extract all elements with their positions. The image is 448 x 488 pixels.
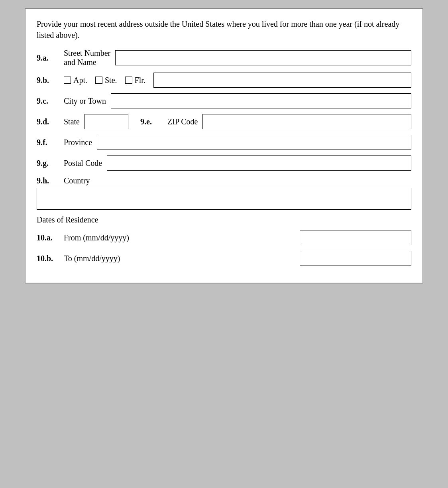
input-9c[interactable] bbox=[111, 93, 411, 108]
desc-9h: Country bbox=[64, 176, 90, 185]
apt-label: Apt. bbox=[73, 76, 87, 85]
dates-of-residence-title: Dates of Residence bbox=[37, 215, 411, 224]
label-10b: 10.b. bbox=[37, 254, 61, 263]
row-9a: 9.a. Street Numberand Name bbox=[37, 49, 411, 67]
input-9h[interactable] bbox=[37, 188, 411, 210]
input-9d[interactable] bbox=[84, 114, 128, 129]
label-9g: 9.g. bbox=[37, 159, 61, 168]
label-9b: 9.b. bbox=[37, 76, 61, 85]
row-10b: 10.b. To (mm/dd/yyyy) bbox=[37, 251, 411, 266]
zip-label-group: 9.e. ZIP Code bbox=[140, 114, 411, 129]
label-9a: 9.a. bbox=[37, 53, 61, 63]
label-9c: 9.c. bbox=[37, 96, 61, 106]
row-9de: 9.d. State 9.e. ZIP Code bbox=[37, 114, 411, 129]
input-10b[interactable] bbox=[300, 251, 411, 266]
ste-checkbox-group: Ste. bbox=[95, 76, 123, 85]
desc-10b: To (mm/dd/yyyy) bbox=[64, 254, 120, 263]
desc-9g: Postal Code bbox=[64, 159, 102, 168]
ste-label: Ste. bbox=[105, 76, 117, 85]
desc-9f: Province bbox=[64, 138, 92, 147]
row-9c: 9.c. City or Town bbox=[37, 93, 411, 108]
ste-checkbox[interactable] bbox=[95, 77, 102, 84]
row-9h-input bbox=[37, 188, 411, 210]
input-9f[interactable] bbox=[97, 135, 411, 150]
apt-checkbox[interactable] bbox=[64, 77, 71, 84]
input-9g[interactable] bbox=[107, 155, 411, 171]
desc-9e: ZIP Code bbox=[167, 117, 198, 126]
input-9b[interactable] bbox=[153, 73, 411, 88]
label-9h: 9.h. bbox=[37, 176, 61, 185]
flr-checkbox[interactable] bbox=[125, 77, 132, 84]
flr-label: Flr. bbox=[135, 76, 145, 85]
row-10a: 10.a. From (mm/dd/yyyy) bbox=[37, 230, 411, 245]
row-9b: 9.b. Apt. Ste. Flr. bbox=[37, 73, 411, 88]
form-container: Provide your most recent address outside… bbox=[25, 8, 423, 283]
input-10a[interactable] bbox=[300, 230, 411, 245]
row-9h-label: 9.h. Country bbox=[37, 176, 411, 185]
label-9d: 9.d. bbox=[37, 117, 61, 126]
desc-9a: Street Numberand Name bbox=[64, 49, 110, 67]
flr-checkbox-group: Flr. bbox=[125, 76, 151, 85]
input-9e[interactable] bbox=[202, 114, 411, 129]
instructions-text: Provide your most recent address outside… bbox=[37, 18, 411, 41]
apt-checkbox-group: Apt. bbox=[64, 76, 93, 85]
label-9f: 9.f. bbox=[37, 138, 61, 147]
desc-10a: From (mm/dd/yyyy) bbox=[64, 233, 129, 242]
row-9f: 9.f. Province bbox=[37, 135, 411, 150]
label-10a: 10.a. bbox=[37, 233, 61, 242]
row-9g: 9.g. Postal Code bbox=[37, 155, 411, 171]
label-9e: 9.e. bbox=[140, 117, 164, 126]
desc-9d: State bbox=[64, 117, 80, 126]
desc-9c: City or Town bbox=[64, 96, 106, 106]
input-9a[interactable] bbox=[115, 50, 411, 65]
